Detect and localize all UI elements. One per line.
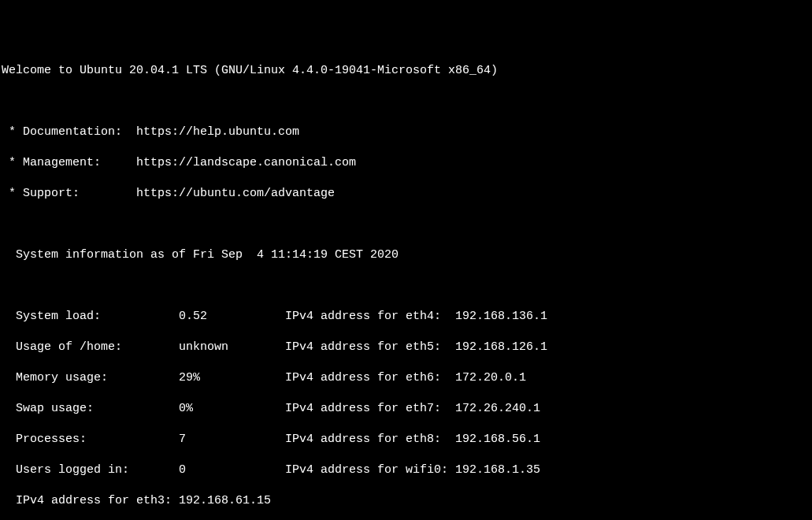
sysinfo-row-6: Users logged in: 0 IPv4 address for wifi… — [2, 462, 810, 478]
support-url: https://ubuntu.com/advantage — [136, 187, 335, 200]
management-label: * Management: — [2, 156, 136, 169]
management-link-line: * Management: https://landscape.canonica… — [2, 155, 810, 171]
sysinfo-row-1: System load: 0.52 IPv4 address for eth4:… — [2, 309, 810, 325]
sysinfo-row-5: Processes: 7 IPv4 address for eth8: 192.… — [2, 432, 810, 448]
doc-link-line: * Documentation: https://help.ubuntu.com — [2, 124, 810, 140]
welcome-line: Welcome to Ubuntu 20.04.1 LTS (GNU/Linux… — [2, 63, 810, 79]
sysinfo-row-7: IPv4 address for eth3: 192.168.61.15 — [2, 493, 810, 509]
support-link-line: * Support: https://ubuntu.com/advantage — [2, 186, 810, 202]
sysinfo-row-2: Usage of /home: unknown IPv4 address for… — [2, 340, 810, 355]
sysinfo-row-3: Memory usage: 29% IPv4 address for eth6:… — [2, 370, 810, 386]
sysinfo-header: System information as of Fri Sep 4 11:14… — [2, 247, 810, 263]
doc-label: * Documentation: — [2, 125, 136, 139]
blank-line — [2, 217, 810, 232]
management-url: https://landscape.canonical.com — [136, 156, 356, 169]
sysinfo-row-4: Swap usage: 0% IPv4 address for eth7: 17… — [2, 401, 810, 417]
doc-url: https://help.ubuntu.com — [136, 125, 299, 139]
support-label: * Support: — [2, 187, 136, 200]
blank-line — [2, 94, 810, 110]
blank-line — [2, 278, 810, 294]
